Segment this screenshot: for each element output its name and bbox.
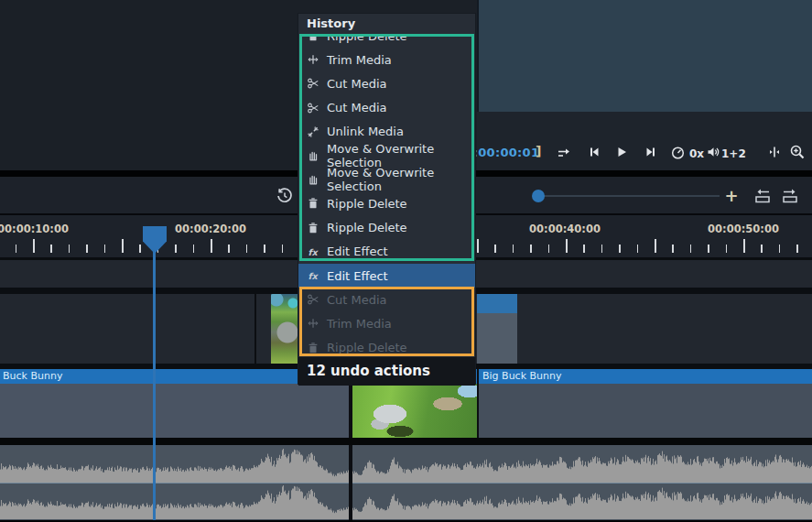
history-item-label: Cut Media <box>327 293 387 307</box>
clip-body <box>352 384 477 438</box>
trash-icon <box>307 341 320 354</box>
history-item[interactable]: Ripple Delete <box>298 191 475 215</box>
ruler-time-label: 00:00:20:00 <box>175 223 246 235</box>
ruler-tick <box>50 245 52 253</box>
ruler-tick <box>548 245 550 253</box>
out-point-icon[interactable]: ] <box>536 144 541 158</box>
loop-playback-icon[interactable] <box>556 145 572 159</box>
timeline-zoom-slider-thumb[interactable] <box>532 190 545 202</box>
clip-title-bar: Big Buck Bunny <box>479 369 812 384</box>
append-clip-button[interactable]: + <box>722 186 741 206</box>
history-item-label: Ripple Delete <box>327 341 407 354</box>
history-item[interactable]: Ripple Delete <box>298 216 475 240</box>
clip-boundary <box>254 294 256 364</box>
fx-icon: fx <box>307 245 320 258</box>
history-item[interactable]: Cut Media <box>298 96 475 120</box>
transport-bar <box>477 112 812 170</box>
audio-track[interactable] <box>0 445 812 520</box>
ruler-tick <box>779 245 781 253</box>
clip-body <box>477 313 517 364</box>
history-item[interactable]: fxEdit Effect <box>298 264 475 288</box>
history-item[interactable]: Trim Media <box>298 48 475 71</box>
ruler-tick <box>690 245 692 253</box>
scissors-icon <box>307 77 320 91</box>
ruler-tick <box>726 245 728 253</box>
video-clip-selected[interactable] <box>477 294 517 364</box>
history-item-label: Ripple Delete <box>327 221 407 234</box>
ruler-tick <box>796 245 798 253</box>
ruler-tick <box>708 245 709 253</box>
history-icon[interactable] <box>276 187 294 209</box>
ruler-tick <box>619 245 621 253</box>
ruler-tick <box>104 245 106 253</box>
ruler-tick <box>264 245 265 253</box>
ruler-tick <box>16 245 17 253</box>
history-item[interactable]: Unlink Media <box>298 120 475 144</box>
playback-speed-label: 0x <box>689 147 704 160</box>
video-clip-big-buck-bunny[interactable]: Big Buck Bunny <box>479 369 812 438</box>
scissors-icon <box>307 293 320 307</box>
trash-icon <box>307 197 320 211</box>
ruler-tick <box>86 245 88 253</box>
skip-previous-icon[interactable] <box>587 145 601 159</box>
ruler-tick <box>282 245 284 253</box>
ruler-tick <box>193 245 195 253</box>
insert-track-icon[interactable] <box>752 188 774 208</box>
ruler-tick <box>513 245 514 253</box>
ruler-time-label: 00:00:50:00 <box>708 223 779 235</box>
clip-header <box>477 294 517 313</box>
overwrite-track-icon[interactable] <box>779 188 801 208</box>
audio-channels-label: 1+2 <box>721 147 746 160</box>
ruler-time-label: 00:00:40:00 <box>529 223 601 235</box>
history-list: Ripple DeleteTrim MediaCut MediaCut Medi… <box>298 14 475 384</box>
playhead-line <box>153 252 156 520</box>
ruler-tick <box>566 239 568 253</box>
clip-label: Buck Bunny <box>0 370 62 382</box>
audio-channels-icon[interactable] <box>706 145 720 159</box>
ruler-tick <box>211 239 212 253</box>
zoom-in-icon[interactable] <box>789 144 806 160</box>
history-item-label: Unlink Media <box>327 125 404 138</box>
trim-icon <box>307 53 320 67</box>
ruler-tick <box>601 245 603 253</box>
history-item[interactable]: Cut Media <box>298 71 475 95</box>
history-item[interactable]: Trim Media <box>298 311 475 335</box>
video-editor-app: 00:00:00:01 ] 0x 1+2 + 00:00:10:0000:00:… <box>0 0 812 522</box>
history-item-label: Edit Effect <box>327 269 388 283</box>
svg-text:fx: fx <box>308 271 319 281</box>
clip-title-bar: Buck Bunny <box>0 369 349 384</box>
ruler-tick <box>175 245 177 253</box>
timeline-zoom-slider-track[interactable] <box>538 195 720 197</box>
ruler-tick <box>69 245 70 253</box>
track-gap <box>0 438 812 445</box>
ruler-tick <box>583 245 585 253</box>
hand-icon <box>307 173 320 187</box>
scrub-while-dragging-icon[interactable] <box>767 145 782 159</box>
undo-actions-count: 12 undo actions <box>298 357 475 386</box>
preview-panel <box>477 0 812 112</box>
history-item-label: Move & Overwrite Selection <box>327 166 475 193</box>
ruler-tick <box>761 245 763 253</box>
history-item[interactable]: Move & Overwrite Selection <box>298 144 475 168</box>
fx-icon: fx <box>307 269 320 283</box>
history-panel: Ripple DeleteTrim MediaCut MediaCut Medi… <box>298 13 476 385</box>
skip-next-icon[interactable] <box>644 145 658 159</box>
ruler-tick <box>122 239 124 253</box>
ruler-tick <box>246 245 248 253</box>
clip-label: Big Buck Bunny <box>479 370 562 382</box>
audio-waveform <box>0 445 812 520</box>
ruler-tick <box>139 245 141 253</box>
scissors-icon <box>307 101 320 114</box>
ruler-tick <box>530 245 532 253</box>
playback-speed-icon[interactable] <box>670 145 686 160</box>
ruler-tick <box>33 239 35 253</box>
history-item-label: Trim Media <box>327 317 392 331</box>
history-item[interactable]: Cut Media <box>298 288 475 311</box>
history-item[interactable]: Move & Overwrite Selection <box>298 168 475 191</box>
history-item[interactable]: fxEdit Effect <box>298 240 475 264</box>
video-clip-buck-bunny[interactable]: Buck Bunny <box>0 369 349 438</box>
ruler-tick <box>637 245 639 253</box>
play-icon[interactable] <box>614 145 629 159</box>
history-item[interactable]: Ripple Delete <box>298 336 475 360</box>
ruler-tick <box>743 239 745 253</box>
